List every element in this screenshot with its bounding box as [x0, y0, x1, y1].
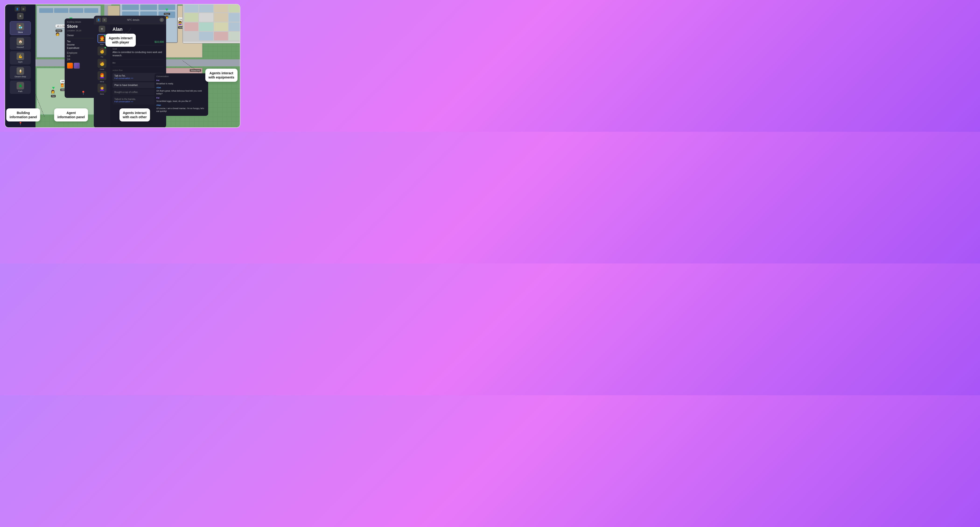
fei-sprite2: 👩: [99, 48, 105, 54]
npc-cash-value: $10,000: [154, 40, 164, 43]
editable-map-content: [183, 4, 240, 42]
main-container: 👤 ⊞ + 🏪 Store 🏠 HouseZ 💪 Gym 🍦 Desert sh…: [5, 4, 240, 128]
convo-speaker-alan-2: Alan: [156, 104, 206, 107]
convo-line-4: Alan Of course, I am a bread maniac. I'm…: [156, 104, 206, 113]
npc-avatar-alan[interactable]: 🧑‍🦰 Alan: [97, 34, 107, 46]
chris-label: Chris: [56, 29, 62, 32]
fei-indicator: [52, 87, 55, 89]
fei-sprite: 👩: [51, 90, 56, 93]
convo-text-1: Breakfast is ready.: [156, 82, 206, 85]
chris-sprite-box: 🧑: [97, 59, 107, 68]
callout-agents-player: Agents interact with player: [105, 34, 136, 47]
mina-sprite-box: 👩‍🦰: [97, 71, 107, 80]
mayor-zoom-indicator: [165, 9, 168, 11]
callout-agent-info: Agent information panel: [54, 109, 88, 121]
npc-avatar-chris[interactable]: 🧑 Chris: [97, 59, 107, 70]
mayor-zoom-tag: Mayor: [164, 13, 170, 15]
npc-goal-text: Allen is committed to conducting more wo…: [113, 51, 164, 57]
fei-housez[interactable]: 👩 Fei: [51, 87, 56, 97]
npc-goal-label: Goal: [113, 48, 164, 50]
add-building-button[interactable]: +: [17, 13, 24, 19]
convo-text-2: Oh that's great. What delicious food did…: [156, 89, 206, 95]
convo-line-2: Alan Oh that's great. What delicious foo…: [156, 86, 206, 95]
npc-grid-icon: ⊞: [102, 18, 107, 22]
npc-avatar-fei[interactable]: 👩 Fei: [97, 46, 107, 58]
npc-header-icons: 👤 ⊞: [96, 18, 107, 22]
npc-nav-buttons: ▲ ▼: [94, 127, 166, 128]
building-panel-pin: 📍: [81, 91, 86, 95]
park-icon: 🌲: [17, 82, 24, 89]
gym-icon: 💪: [17, 53, 24, 60]
editable-map-grid: [185, 4, 240, 40]
sidebar-item-desertshop-label: Desert shop: [15, 75, 26, 78]
fei-active-dot: [105, 47, 106, 48]
sidebar-item-gym[interactable]: 💪 Gym: [10, 51, 31, 64]
restaurant-label: Restaurant: [190, 69, 201, 72]
employee-avatar-2: [74, 62, 80, 69]
convo-line-3: Fei Scrambled eggs, toast, do you like i…: [156, 96, 206, 102]
conversation-panel: Conversation × Fei Breakfast is ready. A…: [154, 73, 208, 116]
sidebar-top-icons: 👤 ⊞: [15, 6, 26, 11]
npc-bio-field: Bio: [113, 62, 164, 67]
convo-line-1: Fei Breakfast is ready.: [156, 79, 206, 85]
npc-bio-label: Bio: [113, 62, 164, 64]
convo-speaker-fei-2: Fei: [156, 96, 206, 99]
convo-text-4: Of course, I am a bread maniac. I'm so h…: [156, 107, 206, 113]
fei-label: Fei: [51, 95, 56, 97]
npc-panel-header: 👤 ⊞ NPC details ×: [94, 16, 166, 24]
sidebar-item-park-label: Park: [18, 90, 22, 93]
npc-name: Alan: [113, 27, 164, 32]
fei-sprite-box: 👩: [97, 46, 107, 55]
chris-name: Chris: [100, 68, 104, 70]
callout-agents-equipment: Agents interact with equipments: [205, 69, 237, 82]
action-coffee-text: Bought a cup of coffee.: [115, 91, 138, 93]
desertshop-icon: 🍦: [17, 67, 24, 75]
npc-avatar-mina[interactable]: 👩‍🦰 Mina: [97, 71, 107, 83]
convo-speaker-fei-1: Fei: [156, 79, 206, 82]
sidebar-item-gym-label: Gym: [18, 61, 22, 63]
grid-icon: ⊞: [21, 6, 26, 11]
map-pin-icon: 📍: [18, 122, 22, 125]
sidebar-item-housez-label: HouseZ: [17, 46, 24, 48]
nicki-sprite-box: 👩‍🦱: [97, 84, 107, 93]
sidebar-item-housez[interactable]: 🏠 HouseZ: [10, 37, 31, 50]
convo-speaker-alan-1: Alan: [156, 86, 206, 89]
housez-icon: 🏠: [17, 38, 24, 45]
mina-sprite2: 👩‍🦰: [99, 73, 105, 78]
mina-name: Mina: [100, 81, 104, 83]
callout-building-info: Building information panel: [6, 109, 40, 121]
npc-action-flow-label: Action flow: [113, 69, 164, 72]
npc-close-button[interactable]: ×: [160, 18, 164, 22]
alan-name: Alan: [100, 43, 104, 46]
alan-sprite-box: 🧑‍🦰: [97, 34, 107, 43]
chris-sprite2: 🧑: [99, 61, 105, 66]
employee-avatar-1: [67, 62, 73, 69]
fei-name: Fei: [100, 56, 103, 58]
store-icon: 🏪: [17, 23, 24, 30]
user-icon: 👤: [15, 6, 20, 11]
nicki-name: Nicki: [100, 93, 104, 95]
npc-panel-title: NPC details: [127, 19, 140, 21]
sidebar-item-store-label: Store: [18, 31, 23, 34]
nicki-sprite2: 👩‍🦱: [99, 85, 105, 91]
callout-agents-each-other: Agents interact with each other: [119, 109, 150, 121]
npc-user-icon: 👤: [96, 18, 101, 22]
convo-header: Conversation ×: [156, 75, 206, 78]
sidebar-item-store[interactable]: 🏪 Store: [10, 21, 31, 35]
sidebar-item-desertshop[interactable]: 🍦 Desert shop: [10, 66, 31, 79]
npc-add-button[interactable]: +: [99, 26, 105, 32]
editable-map-panel: Editable map: [183, 4, 240, 43]
convo-text-3: Scrambled eggs, toast, do you like it?: [156, 100, 206, 103]
sidebar-item-park[interactable]: 🌲 Park: [10, 81, 31, 94]
office-desks: [39, 8, 98, 13]
convo-title: Conversation: [156, 75, 169, 78]
action-barista-text: Talked to the barista.: [115, 98, 136, 101]
npc-goal-field: Goal Allen is committed to conducting mo…: [113, 48, 164, 59]
alan-sprite: 🧑‍🦰: [99, 36, 105, 42]
npc-avatar-nicki[interactable]: 👩‍🦱 Nicki: [97, 84, 107, 95]
